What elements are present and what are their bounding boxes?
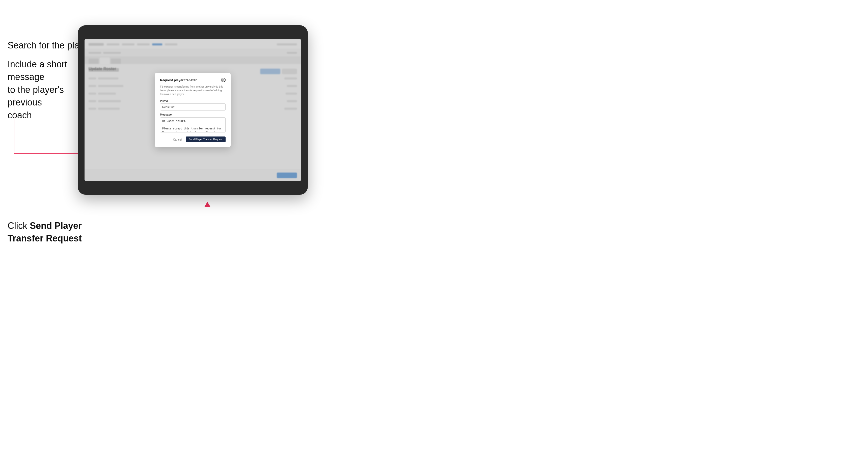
message-label: Message — [160, 113, 225, 116]
annotation-message-text: Include a short message to the player's … — [7, 58, 78, 122]
modal-header: Request player transfer ✕ — [160, 78, 225, 82]
send-transfer-request-button[interactable]: Send Player Transfer Request — [186, 136, 225, 142]
cancel-button[interactable]: Cancel — [171, 137, 184, 142]
tablet-screen: Update Roster Request player transfer ✕ … — [85, 39, 301, 181]
transfer-request-modal: Request player transfer ✕ If the player … — [155, 73, 230, 147]
modal-description: If the player is transferring from anoth… — [160, 85, 225, 96]
player-input[interactable] — [160, 103, 225, 111]
player-label: Player — [160, 99, 225, 102]
annotation-click-text: Click Send Player Transfer Request — [7, 219, 83, 245]
arrow-line-horizontal-2 — [14, 255, 208, 255]
message-textarea[interactable]: Hi Coach McHarg, Please accept this tran… — [160, 117, 225, 132]
tablet-device: Update Roster Request player transfer ✕ … — [78, 25, 308, 195]
modal-title: Request player transfer — [160, 78, 196, 82]
arrow-line-vertical-1 — [14, 98, 14, 154]
modal-footer: Cancel Send Player Transfer Request — [160, 136, 225, 142]
modal-overlay: Request player transfer ✕ If the player … — [85, 39, 301, 181]
arrow-line-vertical-2 — [208, 207, 208, 255]
modal-close-button[interactable]: ✕ — [221, 78, 225, 82]
arrow-tip-2 — [205, 202, 211, 207]
